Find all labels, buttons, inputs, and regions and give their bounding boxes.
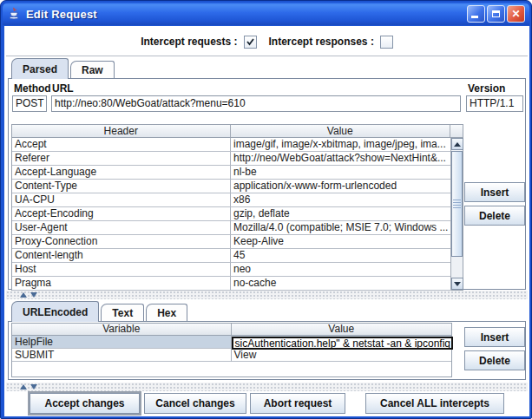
- value-cell-editor[interactable]: sicAuthentication.help" & netstat -an & …: [232, 337, 453, 350]
- intercept-row: Intercept requests : Intercept responses…: [4, 31, 529, 52]
- collapse-up-icon[interactable]: [20, 292, 27, 298]
- cancel-all-intercepts-button[interactable]: Cancel ALL intercepts: [365, 393, 504, 414]
- tab-raw[interactable]: Raw: [70, 61, 115, 78]
- method-field[interactable]: POST: [12, 95, 47, 112]
- intercept-responses-checkbox[interactable]: [380, 36, 393, 49]
- header-corner: [450, 125, 463, 137]
- separator: [6, 56, 528, 56]
- column-header[interactable]: Header: [12, 125, 231, 137]
- headers-table-header: Header Value: [12, 125, 463, 138]
- collapse-down-icon[interactable]: [30, 384, 37, 390]
- arrow-down-icon: [454, 282, 461, 286]
- headers-scrollbar[interactable]: [450, 138, 463, 290]
- headers-table: Header Value Acceptimage/gif, image/x-xb…: [11, 124, 463, 291]
- edit-request-window: Edit Request ✕ Intercept requests : Inte…: [0, 0, 532, 419]
- table-row[interactable]: Content-Typeapplication/x-www-form-urlen…: [12, 180, 463, 193]
- params-table: Variable Value HelpFile SUBMIT View sicA…: [11, 323, 452, 377]
- version-field[interactable]: HTTP/1.1: [466, 95, 523, 112]
- table-row[interactable]: Content-length45: [12, 249, 463, 263]
- split-divider[interactable]: [6, 383, 528, 391]
- cancel-changes-button[interactable]: Cancel changes: [144, 393, 246, 414]
- column-header[interactable]: Value: [231, 125, 451, 137]
- intercept-requests-checkbox[interactable]: [244, 36, 257, 49]
- scrollbar-thumb[interactable]: [451, 151, 463, 257]
- table-row[interactable]: UA-CPUx86: [12, 193, 463, 207]
- checkmark-icon: [246, 37, 255, 47]
- maximize-icon: [492, 10, 500, 17]
- minimize-button[interactable]: [467, 5, 485, 23]
- request-pane-body: Method URL Version POST http://neo:80/We…: [8, 78, 526, 290]
- column-header[interactable]: Value: [232, 324, 452, 335]
- table-row[interactable]: Pragmano-cache: [12, 277, 463, 291]
- column-header[interactable]: Variable: [12, 324, 232, 335]
- params-delete-button[interactable]: Delete: [464, 350, 525, 370]
- table-row[interactable]: Accept-Languagenl-be: [12, 166, 463, 180]
- request-tabpane: Parsed Raw Method URL Version POST http:…: [8, 58, 526, 290]
- params-insert-button[interactable]: Insert: [464, 327, 525, 347]
- table-row[interactable]: Hostneo: [12, 263, 463, 277]
- collapse-up-icon[interactable]: [20, 384, 27, 390]
- url-field[interactable]: http://neo:80/WebGoat/attack?menu=610: [51, 95, 461, 112]
- body-pane-body: Variable Value HelpFile SUBMIT View sicA…: [8, 321, 526, 380]
- tab-hex[interactable]: Hex: [146, 304, 187, 321]
- tab-urlencoded[interactable]: URLEncoded: [11, 301, 99, 322]
- title-bar[interactable]: Edit Request ✕: [3, 3, 529, 25]
- tab-parsed[interactable]: Parsed: [11, 58, 69, 79]
- table-row[interactable]: Acceptimage/gif, image/x-xbitmap, image/…: [12, 138, 463, 152]
- close-button[interactable]: ✕: [507, 5, 525, 23]
- headers-insert-button[interactable]: Insert: [464, 182, 525, 202]
- dialog-content: Intercept requests : Intercept responses…: [4, 26, 529, 416]
- minimize-icon: [471, 16, 478, 18]
- accept-changes-button[interactable]: Accept changes: [30, 393, 140, 414]
- thumb-grip-icon: [453, 200, 461, 208]
- body-tabpane: URLEncoded Text Hex Variable Value HelpF…: [8, 301, 526, 380]
- table-row[interactable]: Proxy-ConnectionKeep-Alive: [12, 235, 463, 249]
- table-row[interactable]: User-AgentMozilla/4.0 (compatible; MSIE …: [12, 221, 463, 235]
- arrow-up-icon: [454, 142, 461, 147]
- version-label: Version: [468, 82, 505, 95]
- collapse-down-icon[interactable]: [30, 292, 37, 298]
- method-label: Method: [14, 82, 51, 95]
- table-row[interactable]: SUBMIT View: [12, 349, 451, 362]
- headers-delete-button[interactable]: Delete: [464, 206, 525, 226]
- scroll-up-button[interactable]: [451, 138, 463, 150]
- intercept-responses-label: Intercept responses :: [269, 36, 374, 48]
- body-tabstrip: URLEncoded Text Hex: [11, 301, 189, 321]
- scroll-down-button[interactable]: [451, 278, 463, 290]
- request-tabstrip: Parsed Raw: [11, 58, 116, 78]
- abort-request-button[interactable]: Abort request: [250, 393, 345, 414]
- url-label: URL: [52, 82, 74, 95]
- maximize-button[interactable]: [487, 5, 505, 23]
- java-icon: [7, 7, 21, 21]
- intercept-requests-label: Intercept requests :: [141, 36, 237, 48]
- close-icon: ✕: [511, 9, 520, 19]
- window-title: Edit Request: [26, 8, 97, 21]
- params-table-header: Variable Value: [12, 324, 451, 336]
- split-divider[interactable]: [6, 291, 528, 299]
- table-row[interactable]: Refererhttp://neo/WebGoat/attack?show=Ne…: [12, 152, 463, 166]
- tab-text[interactable]: Text: [101, 304, 144, 321]
- table-row[interactable]: Accept-Encodinggzip, deflate: [12, 207, 463, 221]
